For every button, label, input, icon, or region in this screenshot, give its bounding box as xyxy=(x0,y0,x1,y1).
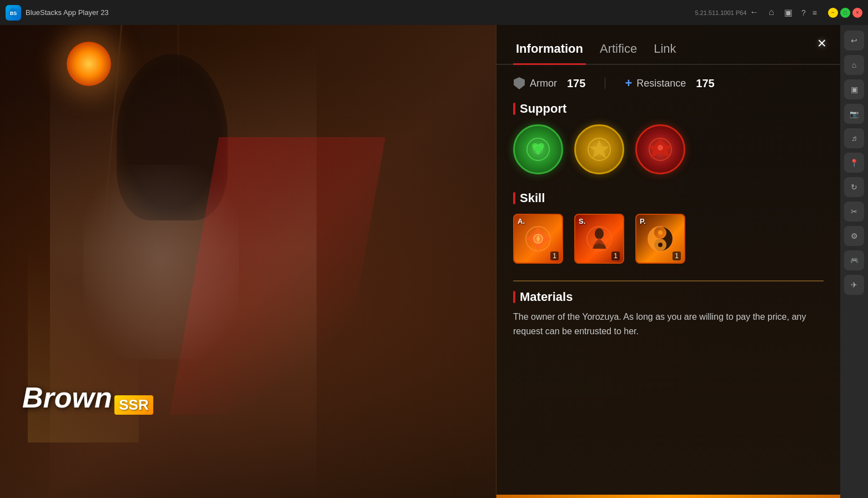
tab-information[interactable]: Information xyxy=(513,36,586,64)
character-name-text: Brown xyxy=(22,381,112,414)
titlebar: BS BlueStacks App Player 23 5.21.511.100… xyxy=(0,0,868,25)
skill-row: A. 1 S. xyxy=(496,214,840,264)
armor-label: Armor xyxy=(530,78,557,89)
clip-icon: ✂ xyxy=(851,207,857,216)
rotate-icon: ↻ xyxy=(851,183,857,192)
support-green-inner xyxy=(515,126,561,173)
bs-rotate-button[interactable]: ↻ xyxy=(844,177,864,197)
skill-active[interactable]: A. 1 xyxy=(513,214,563,264)
svg-text:BS: BS xyxy=(10,11,17,16)
window-controls: − □ × xyxy=(828,8,862,18)
support-section-label: Support xyxy=(520,102,566,116)
nav-back[interactable]: ← xyxy=(746,5,762,20)
titlebar-nav: ← ⌂ ▣ xyxy=(746,5,796,20)
svg-point-14 xyxy=(658,230,663,235)
app-logo: BS xyxy=(6,5,21,21)
svg-point-8 xyxy=(658,145,663,150)
close-panel-button[interactable]: × xyxy=(812,33,832,53)
materials-header: Materials xyxy=(513,290,824,304)
back-icon: ↩ xyxy=(851,36,857,45)
support-red-inner xyxy=(637,126,684,173)
materials-section-bar xyxy=(513,291,515,303)
armor-icon xyxy=(513,77,525,89)
support-section-bar xyxy=(513,103,515,115)
svg-point-15 xyxy=(658,243,663,247)
bottom-decorative-bar xyxy=(496,495,840,498)
camera-icon: 📷 xyxy=(850,110,859,118)
close-window-button[interactable]: × xyxy=(852,8,862,18)
help-icon[interactable]: ? xyxy=(801,8,806,17)
tab-link[interactable]: Link xyxy=(651,36,679,64)
gamepad-icon: 🎮 xyxy=(850,256,859,264)
location-icon: 📍 xyxy=(850,159,859,167)
bs-airplane-button[interactable]: ✈ xyxy=(844,275,864,295)
stat-separator xyxy=(605,78,605,89)
airplane-icon: ✈ xyxy=(851,280,857,289)
resistance-icon: + xyxy=(625,76,632,90)
bs-apps-button[interactable]: ▣ xyxy=(844,79,864,99)
volume-icon: ♬ xyxy=(851,134,857,143)
armor-value: 175 xyxy=(567,77,585,90)
nav-apps[interactable]: ▣ xyxy=(781,5,796,20)
app-version: 5.21.511.1001 P64 xyxy=(695,9,746,16)
menu-icon[interactable]: ≡ xyxy=(812,8,817,17)
bs-sidebar: ↩ ⌂ ▣ 📷 ♬ 📍 ↻ ✂ ⚙ 🎮 ✈ xyxy=(840,25,868,498)
materials-title: Materials xyxy=(520,290,573,304)
skill-level-a: 1 xyxy=(550,251,559,260)
resistance-stat: + Resistance 175 xyxy=(625,76,714,90)
support-gold-inner xyxy=(576,126,623,173)
skill-level-p: 1 xyxy=(673,251,681,260)
bs-gamepad-button[interactable]: 🎮 xyxy=(844,250,864,270)
armor-stat: Armor 175 xyxy=(513,77,585,90)
tabs-row: Information Artifice Link xyxy=(496,25,840,65)
bs-home-button[interactable]: ⌂ xyxy=(844,55,864,75)
skill-level-s: 1 xyxy=(611,251,620,260)
support-icon-green[interactable] xyxy=(513,124,563,174)
svg-marker-5 xyxy=(589,140,609,158)
app-title: BlueStacks App Player 23 xyxy=(26,8,109,17)
materials-description: The owner of the Yorozuya. As long as yo… xyxy=(513,310,824,338)
support-section-header: Support xyxy=(496,102,840,116)
support-row xyxy=(496,124,840,174)
resistance-label: Resistance xyxy=(636,78,686,89)
maximize-button[interactable]: □ xyxy=(840,8,850,18)
skill-special[interactable]: S. 1 xyxy=(574,214,624,264)
tab-artifice[interactable]: Artifice xyxy=(597,36,640,64)
character-rarity-badge: SSR xyxy=(114,395,153,415)
nav-home[interactable]: ⌂ xyxy=(765,5,777,20)
skill-section-bar xyxy=(513,192,515,204)
support-icon-red[interactable] xyxy=(635,124,685,174)
bs-volume-button[interactable]: ♬ xyxy=(844,128,864,148)
game-area: Brown SSR × Information Artifice Link Ar… xyxy=(0,25,840,498)
minimize-button[interactable]: − xyxy=(828,8,838,18)
home-icon: ⌂ xyxy=(852,61,856,69)
settings-icon: ⚙ xyxy=(851,232,858,240)
bs-settings-button[interactable]: ⚙ xyxy=(844,226,864,246)
skill-passive[interactable]: P. 1 xyxy=(635,214,685,264)
stats-row: Armor 175 + Resistance 175 xyxy=(496,76,840,90)
character-area: Brown SSR xyxy=(0,25,389,498)
character-name-area: Brown SSR xyxy=(22,381,153,415)
resistance-value: 175 xyxy=(696,77,714,90)
support-icon-gold[interactable] xyxy=(574,124,624,174)
character-illustration xyxy=(17,26,361,498)
apps-icon: ▣ xyxy=(851,85,858,94)
skill-section-label: Skill xyxy=(520,191,545,205)
bs-location-button[interactable]: 📍 xyxy=(844,153,864,173)
info-panel: × Information Artifice Link Armor 175 + xyxy=(496,25,840,498)
help-icons: ? ≡ xyxy=(801,8,817,17)
bs-screenshot-button[interactable]: 📷 xyxy=(844,104,864,124)
materials-section: Materials The owner of the Yorozuya. As … xyxy=(513,280,824,338)
bs-clip-button[interactable]: ✂ xyxy=(844,202,864,222)
skill-section-header: Skill xyxy=(496,191,840,205)
bs-back-button[interactable]: ↩ xyxy=(844,31,864,51)
